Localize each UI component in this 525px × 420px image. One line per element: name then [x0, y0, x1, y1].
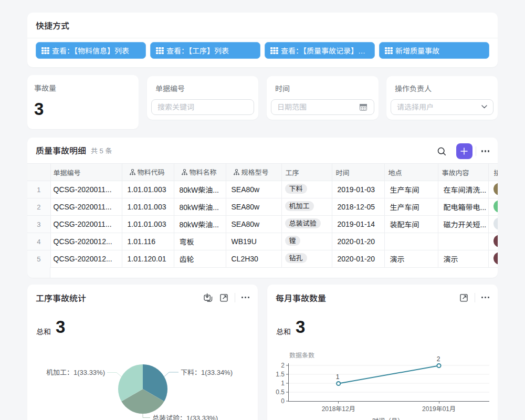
svg-text:2: 2: [281, 362, 285, 369]
svg-text:2018年12月: 2018年12月: [322, 405, 355, 413]
svg-text:机加工：1(33.33%): 机加工：1(33.33%): [46, 369, 105, 376]
svg-text:时间（月）: 时间（月）: [372, 417, 404, 420]
svg-text:数据条数: 数据条数: [289, 352, 314, 359]
svg-text:2: 2: [437, 355, 440, 363]
svg-text:1: 1: [281, 380, 285, 387]
svg-text:总装试验：1(33.33%): 总装试验：1(33.33%): [152, 414, 218, 420]
svg-text:0: 0: [281, 397, 285, 405]
svg-text:1.5: 1.5: [276, 371, 285, 378]
svg-text:0.5: 0.5: [276, 388, 285, 396]
svg-text:2019年01月: 2019年01月: [422, 405, 456, 413]
svg-text:下料：1(33.34%): 下料：1(33.34%): [181, 369, 233, 376]
svg-text:1: 1: [336, 373, 340, 381]
